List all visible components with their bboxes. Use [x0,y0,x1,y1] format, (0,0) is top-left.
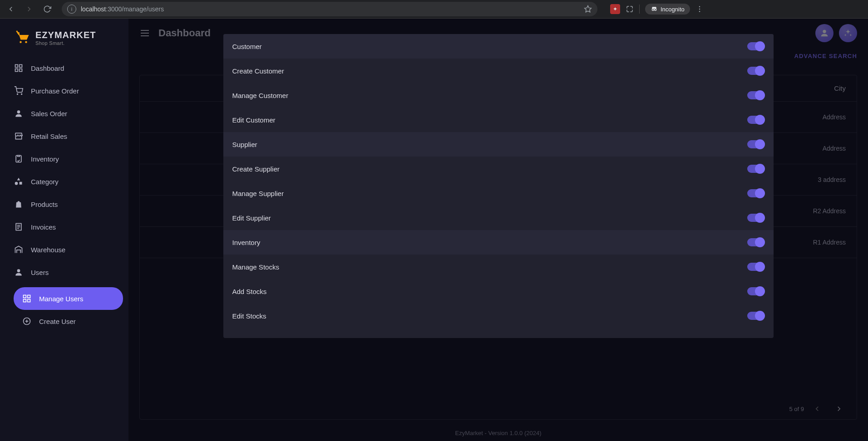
svg-point-1 [652,9,654,10]
sidebar-item-inventory[interactable]: Inventory [5,147,123,170]
back-button[interactable] [4,2,18,16]
perm-item-edit-stocks: Edit Stocks [223,304,774,328]
perm-group-supplier: Supplier [223,132,774,157]
warehouse-icon [14,245,24,255]
toggle-customer[interactable] [747,42,764,50]
svg-point-3 [699,6,700,7]
sidebar-item-users[interactable]: Users [5,261,123,284]
shapes-icon [14,176,24,186]
clipboard-icon [14,154,24,164]
sidebar-item-label: Retail Sales [31,132,67,140]
toggle-edit-supplier[interactable] [747,214,764,222]
perm-label: Supplier [232,141,257,148]
sidebar: EZYMARKET Shop Smart. DashboardPurchase … [0,19,128,441]
sidebar-item-label: Purchase Order [31,87,79,95]
plus-circle-icon [22,316,32,326]
url-text: localhost:3000/manage/users [81,5,164,13]
perm-item-edit-customer: Edit Customer [223,108,774,132]
toggle-add-stocks[interactable] [747,287,764,295]
svg-point-5 [699,11,700,12]
cart-logo-icon [15,29,31,46]
modal-overlay[interactable]: CustomerCreate CustomerManage CustomerEd… [128,19,868,441]
perm-item-create-supplier: Create Supplier [223,157,774,181]
sidebar-item-purchase-order[interactable]: Purchase Order [5,79,123,102]
svg-rect-7 [20,65,22,68]
svg-rect-20 [28,295,30,298]
forward-button[interactable] [22,2,36,16]
toggle-manage-stocks[interactable] [747,263,764,271]
incognito-badge[interactable]: Incognito [645,4,690,15]
sidebar-item-label: Dashboard [31,64,64,72]
dashboard-icon [14,63,24,73]
sidebar-item-category[interactable]: Category [5,170,123,193]
toggle-manage-supplier[interactable] [747,189,764,197]
reload-button[interactable] [40,2,54,16]
svg-point-10 [17,94,18,95]
sidebar-item-label: Category [31,178,59,186]
perm-item-manage-supplier: Manage Supplier [223,181,774,206]
sidebar-item-manage-users[interactable]: Manage Users [14,287,123,310]
perm-label: Create Customer [232,67,284,75]
svg-rect-9 [20,69,22,72]
address-bar[interactable]: i localhost:3000/manage/users [62,2,597,16]
toggle-manage-customer[interactable] [747,91,764,99]
perm-label: Manage Supplier [232,190,284,197]
brand-logo[interactable]: EZYMARKET Shop Smart. [0,26,128,55]
perm-group-customer: Customer [223,34,774,59]
toggle-create-customer[interactable] [747,67,764,75]
toggle-supplier[interactable] [747,140,764,148]
sidebar-item-dashboard[interactable]: Dashboard [5,57,123,79]
perm-item-manage-stocks: Manage Stocks [223,255,774,279]
perm-item-edit-supplier: Edit Supplier [223,206,774,230]
sidebar-item-products[interactable]: Products [5,193,123,216]
svg-point-2 [655,9,656,10]
svg-point-12 [17,110,20,113]
svg-point-18 [17,269,20,272]
browser-menu-icon[interactable] [695,5,704,13]
extensions-puzzle-icon[interactable] [626,5,634,13]
sidebar-item-invoices[interactable]: Invoices [5,216,123,238]
permissions-modal: CustomerCreate CustomerManage CustomerEd… [223,34,774,338]
toggle-inventory[interactable] [747,238,764,246]
sidebar-item-create-user[interactable]: Create User [14,310,123,333]
toggle-edit-customer[interactable] [747,116,764,124]
sidebar-item-label: Invoices [31,223,56,231]
svg-marker-0 [585,6,592,12]
perm-label: Manage Customer [232,92,288,99]
browser-toolbar: i localhost:3000/manage/users ✦ Incognit… [0,0,868,19]
sidebar-item-label: Products [31,201,58,208]
perm-item-manage-customer: Manage Customer [223,83,774,108]
sidebar-item-label: Sales Order [31,110,67,118]
sidebar-item-warehouse[interactable]: Warehouse [5,238,123,261]
perm-label: Edit Stocks [232,312,266,320]
svg-point-4 [699,9,700,10]
dashboard-icon [22,294,32,304]
svg-rect-19 [24,295,26,298]
cart-icon [14,86,24,96]
sidebar-item-label: Inventory [31,155,59,163]
toggle-edit-stocks[interactable] [747,312,764,320]
perm-label: Inventory [232,239,261,246]
perm-group-inventory: Inventory [223,230,774,255]
bag-icon [14,199,24,209]
sidebar-item-label: Manage Users [39,295,84,303]
site-info-icon[interactable]: i [67,5,76,14]
account-icon [14,108,24,118]
perm-label: Customer [232,43,262,50]
svg-rect-6 [15,65,18,68]
perm-label: Add Stocks [232,288,267,295]
sidebar-item-sales-order[interactable]: Sales Order [5,102,123,125]
receipt-icon [14,222,24,232]
account-icon [14,267,24,277]
main-area: Dashboard ADVANCE SEARCH City AddressAdd… [128,19,868,441]
store-icon [14,131,24,141]
toggle-create-supplier[interactable] [747,165,764,173]
perm-label: Create Supplier [232,165,280,173]
bookmark-star-icon[interactable] [584,5,592,13]
brand-name: EZYMARKET [35,30,96,40]
extension-icon[interactable]: ✦ [610,4,620,14]
svg-rect-21 [24,299,26,302]
sidebar-item-retail-sales[interactable]: Retail Sales [5,125,123,147]
perm-label: Manage Stocks [232,263,279,271]
svg-rect-8 [15,69,18,72]
